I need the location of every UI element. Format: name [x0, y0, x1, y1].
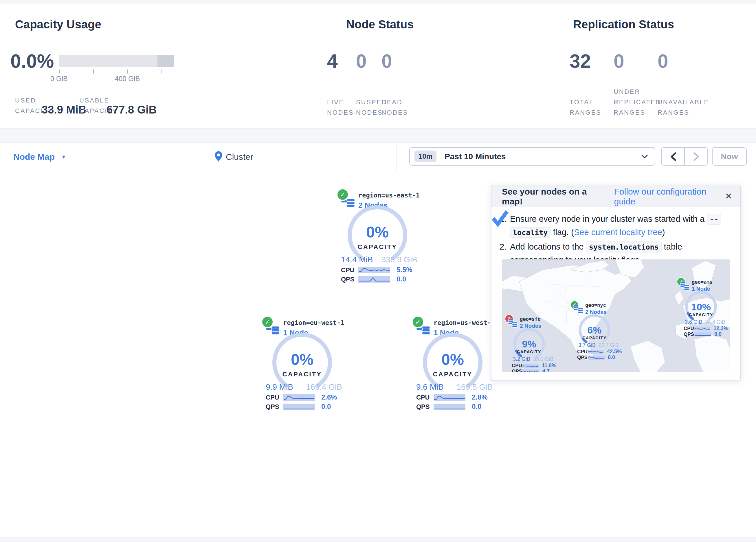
qps-label: QPS — [266, 403, 283, 410]
under-replicated-label: UNDER-REPLICATEDRANGES — [614, 86, 661, 117]
region-locality-label: geo=nyc — [585, 302, 606, 308]
cpu-value: 42.5% — [607, 349, 622, 354]
qps-label: QPS — [684, 331, 694, 337]
qps-sparkline — [588, 355, 605, 359]
qps-sparkline — [358, 276, 390, 282]
qps-label: QPS — [341, 276, 358, 283]
mini-region-geo-sfo: 1 geo=sfo 2 Nodes 9% CAPACITY 3.2 GiB 35… — [502, 312, 561, 372]
map-region-us-east-1[interactable]: ✓ region=us-east-1 2 Nodes 0% CAPACITY 1… — [334, 185, 421, 284]
blue-check-icon — [491, 209, 509, 229]
cpu-sparkline — [694, 326, 711, 330]
total-value: 34.4 GiB — [705, 319, 725, 325]
map-region-us-west-1[interactable]: ✓ region=us-west-1 1 Node 0% CAPACITY 9.… — [409, 313, 496, 411]
healthy-check-icon: ✓ — [262, 317, 273, 327]
capacity-percent: 0% — [409, 351, 496, 369]
total-value: 169.5 GiB — [456, 382, 493, 392]
qps-value: 4.7 — [542, 368, 550, 372]
capacity-label: CAPACITY — [334, 243, 421, 250]
usable-capacity-label: USABLECAPACITY — [79, 95, 107, 116]
chevron-down-icon — [641, 154, 648, 158]
example-node-map-image: 1 geo=sfo 2 Nodes 9% CAPACITY 3.2 GiB 35… — [502, 259, 730, 372]
capacity-bar-end-segment — [157, 55, 174, 67]
capacity-used-percent: 0.0% — [10, 50, 54, 72]
capacity-percent: 0% — [334, 223, 421, 241]
live-nodes-label: LIVENODES — [327, 86, 354, 117]
cpu-label: CPU — [266, 394, 283, 401]
map-pin-icon — [215, 151, 222, 161]
time-range-badge: 10m — [414, 150, 436, 162]
time-range-select[interactable]: 10m Past 10 Minutes — [409, 147, 655, 166]
locality-tree-link[interactable]: See current locality tree — [574, 227, 662, 237]
total-ranges-label: TOTALRANGES — [570, 86, 601, 117]
cpu-sparkline — [358, 266, 390, 273]
cpu-label: CPU — [684, 326, 694, 331]
qps-sparkline — [522, 369, 540, 372]
capacity-label: CAPACITY — [409, 371, 496, 378]
setup-step-1: 1. Ensure every node in your cluster was… — [500, 212, 730, 239]
unavailable-ranges-stat: 0 UNAVAILABLERANGES — [658, 52, 709, 117]
cpu-value: 2.6% — [321, 393, 337, 401]
qps-value: 0.0 — [397, 275, 406, 283]
locality-flag-code: -- — [707, 214, 721, 225]
cpu-sparkline — [588, 350, 604, 354]
time-step-buttons — [661, 147, 708, 166]
usable-capacity-value: 677.8 GiB — [107, 104, 157, 116]
qps-sparkline — [434, 403, 465, 410]
unavailable-label: UNAVAILABLERANGES — [658, 86, 709, 117]
map-region-eu-west-1[interactable]: ✓ region=eu-west-1 1 Node 0% CAPACITY 9.… — [259, 313, 346, 411]
cpu-label: CPU — [577, 349, 588, 354]
chevron-left-icon — [670, 152, 676, 161]
used-value: 9.9 MiB — [266, 382, 293, 392]
view-mode-dropdown[interactable]: Node Map ▼ — [13, 143, 66, 170]
total-value: 35.1 GiB — [533, 356, 553, 362]
healthy-check-icon: ✓ — [337, 189, 348, 200]
unavailable-count: 0 — [658, 52, 709, 71]
cpu-value: 12.3% — [713, 326, 728, 331]
axis-tick-label: 0 GiB — [39, 75, 79, 83]
capacity-bar — [59, 55, 174, 67]
capacity-label: CAPACITY — [669, 313, 730, 317]
toolbar-divider — [397, 143, 397, 170]
dead-nodes-count: 0 — [381, 52, 408, 71]
used-value: 14.4 MiB — [341, 255, 373, 264]
qps-label: QPS — [512, 368, 522, 372]
cpu-sparkline — [522, 363, 539, 368]
time-back-button[interactable] — [662, 148, 685, 165]
map-toolbar: Node Map ▼ Cluster 10m Past 10 Minutes — [0, 142, 756, 170]
breadcrumb[interactable]: Cluster — [215, 143, 253, 170]
used-capacity-label: USEDCAPACITY — [15, 95, 43, 116]
cpu-sparkline — [283, 394, 315, 401]
locality-flag-code: locality — [510, 227, 551, 238]
now-button[interactable]: Now — [712, 147, 747, 166]
qps-label: QPS — [577, 354, 588, 360]
region-locality-label: region=us-east-1 — [358, 192, 420, 199]
capacity-label: CAPACITY — [502, 350, 561, 354]
node-map-canvas: ✓ region=us-east-1 2 Nodes 0% CAPACITY 1… — [0, 170, 756, 537]
region-locality-label: region=eu-west-1 — [283, 319, 344, 327]
time-range-value: Past 10 Minutes — [445, 152, 506, 161]
dead-nodes-stat: 0 DEADNODES — [381, 52, 408, 117]
system-locations-code: system.locations — [586, 241, 662, 252]
cpu-label: CPU — [341, 266, 358, 273]
view-mode-label: Node Map — [13, 151, 55, 161]
popup-title: See your nodes on a map! — [502, 186, 605, 206]
dead-nodes-label: DEADNODES — [381, 86, 408, 117]
node-map-config-popup: See your nodes on a map! Follow our conf… — [491, 185, 741, 381]
chevron-down-icon: ▼ — [61, 154, 66, 160]
cpu-label: CPU — [512, 363, 522, 368]
used-value: 3.2 GiB — [513, 356, 530, 362]
capacity-percent: 10% — [669, 302, 730, 313]
time-forward-button[interactable] — [685, 148, 707, 165]
used-value: 3.6 GiB — [685, 319, 702, 325]
total-value: 169.4 GiB — [306, 382, 342, 392]
footer-strip — [0, 537, 756, 542]
capacity-percent: 0% — [259, 351, 346, 369]
capacity-percent: 6% — [563, 325, 626, 337]
close-icon[interactable]: ✕ — [725, 191, 732, 201]
cpu-value: 2.8% — [472, 393, 488, 401]
qps-value: 0.0 — [608, 354, 615, 360]
configuration-guide-link[interactable]: Follow our configuration guide — [614, 186, 725, 206]
axis-tick-label: 400 GiB — [107, 75, 148, 83]
mini-region-geo-ams: ✓ geo=ams 1 Node 10% CAPACITY 3.6 GiB 34… — [669, 275, 730, 336]
live-nodes-stat: 4 LIVENODES — [327, 52, 354, 117]
